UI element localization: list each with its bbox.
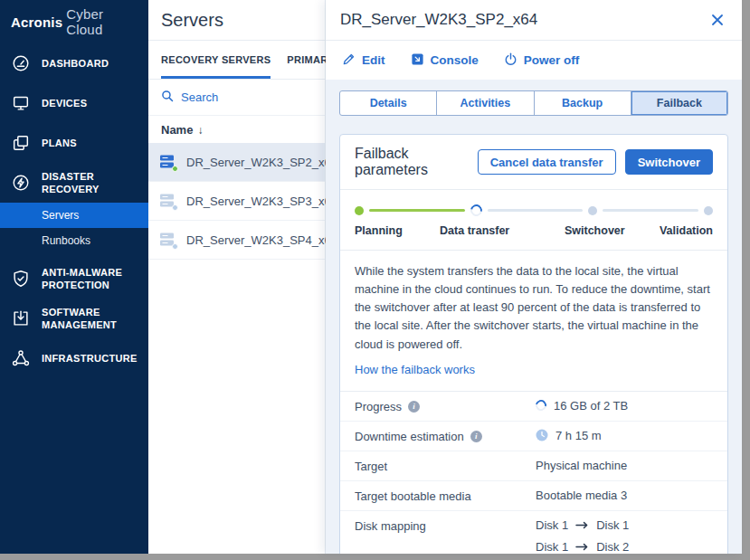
detail-tabs: Details Activities Backup Failback <box>339 90 728 116</box>
panel-title: DR_Server_W2K3_SP2_x64 <box>340 11 707 29</box>
step-pending-dot <box>704 206 713 215</box>
step-label-validation: Validation <box>660 224 713 237</box>
panel-body: Details Activities Backup Failback Failb… <box>326 80 742 554</box>
step-connector <box>488 209 584 212</box>
arrow-right-icon <box>575 521 589 529</box>
failback-description: While the system transfers the data to t… <box>355 262 713 354</box>
sort-descending-icon <box>197 123 203 137</box>
property-row-progress: Progress 16 GB of 2 TB <box>340 392 727 422</box>
server-row[interactable]: DR_Server_W2K3_SP2_x64 <box>148 143 325 182</box>
status-dot-online <box>172 166 178 172</box>
step-connector <box>603 209 698 212</box>
step-in-progress-spinner-icon <box>468 202 484 218</box>
server-icon <box>159 231 177 249</box>
stepper-track <box>355 204 713 216</box>
property-value: Physical machine <box>536 459 627 472</box>
sidebar-item-infrastructure[interactable]: INFRASTRUCTURE <box>0 338 148 378</box>
property-row-disk-mapping: Disk mapping Disk 1 Disk 1 Disk 1 <box>340 511 727 554</box>
server-icon <box>159 153 177 171</box>
property-row-target: Target Physical machine <box>340 451 727 481</box>
search-placeholder: Search <box>181 90 218 104</box>
property-row-downtime: Downtime estimation 7 h 15 m <box>340 422 727 451</box>
sidebar-item-anti-malware[interactable]: ANTI-MALWAREPROTECTION <box>0 259 148 299</box>
sidebar-item-plans[interactable]: PLANS <box>0 123 148 163</box>
cancel-data-transfer-button[interactable]: Cancel data transfer <box>478 149 616 175</box>
server-row[interactable]: DR_Server_W2K3_SP3_x64 <box>148 182 325 221</box>
sidebar-subitem-runbooks[interactable]: Runbooks <box>0 228 148 253</box>
disk-mapping-line: Disk 1 Disk 1 <box>536 518 629 532</box>
how-failback-works-link[interactable]: How the failback works <box>355 363 475 376</box>
failback-title: Failback parameters <box>355 146 478 178</box>
page-title: Servers <box>148 0 325 41</box>
tab-details[interactable]: Details <box>340 91 437 115</box>
close-icon[interactable] <box>707 10 727 30</box>
server-detail-panel: DR_Server_W2K3_SP2_x64 Edit Console <box>326 0 742 554</box>
sidebar: Acronis Cyber Cloud DASHBOARD DEVICES PL… <box>0 0 148 554</box>
property-label: Disk mapping <box>355 519 426 533</box>
power-off-button[interactable]: Power off <box>504 52 580 69</box>
sidebar-item-label: DEVICES <box>42 97 87 109</box>
power-icon <box>504 52 517 69</box>
dashboard-icon <box>11 53 31 73</box>
sidebar-subitem-servers[interactable]: Servers <box>0 203 148 228</box>
horizontal-scrollbar[interactable] <box>0 554 750 560</box>
step-pending-dot <box>588 206 597 215</box>
sidebar-subitem-label: Runbooks <box>42 234 90 247</box>
panel-header: DR_Server_W2K3_SP2_x64 <box>326 0 742 41</box>
acronis-logo: Acronis Cyber Cloud <box>0 0 148 43</box>
sidebar-item-label: DISASTER RECOVERY <box>42 170 138 196</box>
failback-card-header: Failback parameters Cancel data transfer… <box>340 135 727 190</box>
server-name: DR_Server_W2K3_SP4_x64 <box>186 233 337 247</box>
logo-brand: Acronis <box>11 14 62 30</box>
info-icon[interactable] <box>470 431 482 442</box>
step-label-data-transfer: Data transfer <box>440 224 509 237</box>
sidebar-item-software-management[interactable]: SOFTWAREMANAGEMENT <box>0 299 148 338</box>
servers-list-column: Servers RECOVERY SERVERS PRIMARY SERVERS… <box>148 0 326 554</box>
property-label: Downtime estimation <box>355 430 464 443</box>
sidebar-item-devices[interactable]: DEVICES <box>0 83 148 123</box>
tab-activities[interactable]: Activities <box>437 91 534 115</box>
sidebar-item-disaster-recovery[interactable]: DISASTER RECOVERY <box>0 163 148 203</box>
clock-icon <box>536 429 548 441</box>
tab-backup[interactable]: Backup <box>535 91 631 115</box>
info-icon[interactable] <box>408 401 420 413</box>
action-bar: Edit Console Power off <box>326 41 742 80</box>
failback-stepper: Planning Data transfer Switchover Valida… <box>340 190 727 251</box>
search-input[interactable]: Search <box>148 80 325 116</box>
sidebar-item-dashboard[interactable]: DASHBOARD <box>0 43 148 83</box>
property-value: 16 GB of 2 TB <box>554 399 628 413</box>
property-value: Bootable media 3 <box>536 489 627 502</box>
property-label: Progress <box>355 400 402 413</box>
server-row[interactable]: DR_Server_W2K3_SP4_x64 <box>148 221 325 260</box>
vertical-scrollbar[interactable] <box>742 0 750 554</box>
sidebar-item-label: DASHBOARD <box>42 57 109 70</box>
disk-mapping-line: Disk 1 Disk 2 <box>536 540 629 554</box>
devices-icon <box>11 93 31 113</box>
arrow-right-icon <box>575 543 589 551</box>
sidebar-subitem-label: Servers <box>42 209 79 222</box>
tab-failback[interactable]: Failback <box>631 91 727 115</box>
console-button[interactable]: Console <box>411 52 479 69</box>
server-name: DR_Server_W2K3_SP3_x64 <box>186 195 337 208</box>
app-window: Acronis Cyber Cloud DASHBOARD DEVICES PL… <box>0 0 750 554</box>
server-name: DR_Server_W2K3_SP2_x64 <box>186 156 337 169</box>
servers-tabs: RECOVERY SERVERS PRIMARY SERVERS <box>148 41 325 80</box>
step-connector-done <box>369 209 465 212</box>
edit-button[interactable]: Edit <box>342 52 385 69</box>
status-dot-idle <box>172 204 178 211</box>
shield-check-icon <box>11 269 31 289</box>
switchover-button[interactable]: Switchover <box>625 149 713 175</box>
disaster-recovery-icon <box>11 173 31 193</box>
server-icon <box>159 192 177 210</box>
tab-recovery-servers[interactable]: RECOVERY SERVERS <box>161 41 271 79</box>
console-icon <box>411 52 424 69</box>
property-value: 7 h 15 m <box>555 429 602 442</box>
sidebar-item-label: INFRASTRUCTURE <box>42 352 138 365</box>
step-done-dot <box>355 206 364 215</box>
property-label: Target <box>355 460 387 473</box>
infrastructure-icon <box>11 348 31 368</box>
logo-product: Cyber Cloud <box>66 6 138 37</box>
column-header-name[interactable]: Name <box>148 116 325 143</box>
pencil-icon <box>342 52 356 69</box>
status-dot-idle <box>172 243 178 250</box>
